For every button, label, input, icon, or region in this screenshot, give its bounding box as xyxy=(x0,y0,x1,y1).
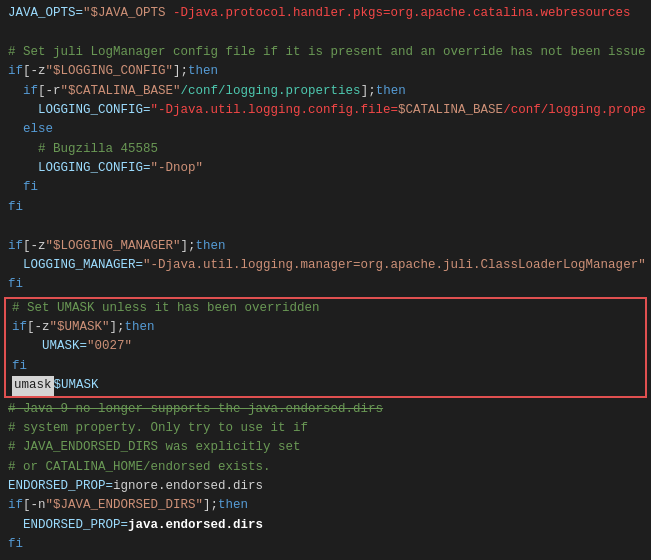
line-blank xyxy=(0,23,651,42)
token: -Djava.protocol.handler.pkgs=org.apache.… xyxy=(173,4,631,23)
token: ]; xyxy=(173,62,188,81)
line-java-opts: JAVA_OPTS="$JAVA_OPTS -Djava.protocol.ha… xyxy=(0,4,651,23)
token: "-Djava.util.logging.config.file= xyxy=(151,101,399,120)
token: "-Dnop" xyxy=(151,159,204,178)
token: ]; xyxy=(361,82,376,101)
code-editor: JAVA_OPTS="$JAVA_OPTS -Djava.protocol.ha… xyxy=(0,0,651,560)
line-comment-bugzilla: # Bugzilla 45585 xyxy=(0,140,651,159)
token: /conf/logging.prope xyxy=(503,101,646,120)
token: ]; xyxy=(181,237,196,256)
line-if-catalina: if [ -r "$CATALINA_BASE"/conf/logging.pr… xyxy=(0,82,651,101)
token: if xyxy=(23,82,38,101)
token: # Set UMASK unless it has been overridde… xyxy=(12,299,320,318)
hl-if-umask: if [ -z "$UMASK" ]; then xyxy=(6,318,645,337)
line-fi2: fi xyxy=(0,198,651,217)
line-comment-juli: # Set juli LogManager config file if it … xyxy=(0,43,651,62)
token: LOGGING_MANAGER= xyxy=(23,256,143,275)
al-endorsed-prop-dirs: ENDORSED_PROP=java.endorsed.dirs xyxy=(0,516,651,535)
token: "$CATALINA_BASE" xyxy=(61,82,181,101)
token: then xyxy=(188,62,218,81)
hl-umask-cmd: umask $UMASK xyxy=(6,376,645,395)
al-comment-java-endorsed: # JAVA_ENDORSED_DIRS was explicitly set xyxy=(0,438,651,457)
token xyxy=(8,82,23,101)
token: if xyxy=(8,496,23,515)
line-else: else xyxy=(0,120,651,139)
token xyxy=(8,256,23,275)
token xyxy=(8,140,38,159)
token: -n xyxy=(31,496,46,515)
token: else xyxy=(23,120,53,139)
token: fi xyxy=(23,178,38,197)
token: "$LOGGING_CONFIG" xyxy=(46,62,174,81)
al-endorsed-prop: ENDORSED_PROP=ignore.endorsed.dirs xyxy=(0,477,651,496)
token: [ xyxy=(38,82,46,101)
token xyxy=(12,337,42,356)
token: ignore.endorsed.dirs xyxy=(113,477,263,496)
token: ]; xyxy=(203,496,218,515)
line-fi1: fi xyxy=(0,178,651,197)
al-strike-java: # Java 9 no longer supports the java.end… xyxy=(0,400,651,419)
al-comment-system: # system property. Only try to use it if xyxy=(0,419,651,438)
token: ENDORSED_PROP= xyxy=(23,516,128,535)
token: "-Djava.util.logging.manager=org.apache.… xyxy=(143,256,646,275)
token: "0027" xyxy=(87,337,132,356)
token: -r xyxy=(46,82,61,101)
token: /conf/logging.properties xyxy=(181,82,361,101)
token: java.endorsed.dirs xyxy=(128,516,263,535)
token: if xyxy=(12,318,27,337)
token: # system property. Only try to use it if xyxy=(8,419,308,438)
token: $CATALINA_BASE xyxy=(398,101,503,120)
token: LOGGING_CONFIG= xyxy=(38,159,151,178)
line-logging-manager-assign: LOGGING_MANAGER="-Djava.util.logging.man… xyxy=(0,256,651,275)
token: # JAVA_ENDORSED_DIRS was explicitly set xyxy=(8,438,301,457)
line-if-logging: if [ -z "$LOGGING_CONFIG" ]; then xyxy=(0,62,651,81)
token: LOGGING_CONFIG= xyxy=(38,101,151,120)
line-blank2 xyxy=(0,217,651,236)
token xyxy=(8,120,23,139)
line-fi3: fi xyxy=(0,275,651,294)
hl-fi: fi xyxy=(6,357,645,376)
hl-umask-assign: UMASK="0027" xyxy=(6,337,645,356)
hl-comment-umask: # Set UMASK unless it has been overridde… xyxy=(6,299,645,318)
token: "$JAVA_ENDORSED_DIRS" xyxy=(46,496,204,515)
token xyxy=(8,101,38,120)
al-if-java-endorsed: if [ -n "$JAVA_ENDORSED_DIRS" ]; then xyxy=(0,496,651,515)
token: if xyxy=(8,237,23,256)
token: fi xyxy=(8,198,23,217)
token: fi xyxy=(12,357,27,376)
token: fi xyxy=(8,275,23,294)
token: # Bugzilla 45585 xyxy=(38,140,158,159)
token: "$JAVA_OPTS xyxy=(83,4,166,23)
token: if xyxy=(8,62,23,81)
token: JAVA_OPTS= xyxy=(8,4,83,23)
line-logging-config: LOGGING_CONFIG="-Djava.util.logging.conf… xyxy=(0,101,651,120)
token: [ xyxy=(23,62,31,81)
token: # or CATALINA_HOME/endorsed exists. xyxy=(8,458,271,477)
token xyxy=(8,178,23,197)
token: -z xyxy=(31,237,46,256)
al-fi4: fi xyxy=(0,535,651,554)
token: "$UMASK" xyxy=(50,318,110,337)
token: $UMASK xyxy=(54,376,99,395)
token: -z xyxy=(31,62,46,81)
token xyxy=(8,516,23,535)
line-logging-dnop: LOGGING_CONFIG="-Dnop" xyxy=(0,159,651,178)
line-if-logging-manager: if [ -z "$LOGGING_MANAGER" ]; then xyxy=(0,237,651,256)
token: ]; xyxy=(110,318,125,337)
token: then xyxy=(218,496,248,515)
token: -z xyxy=(35,318,50,337)
token: [ xyxy=(23,496,31,515)
token xyxy=(8,159,38,178)
token: fi xyxy=(8,535,23,554)
token: # Java 9 no longer supports the java.end… xyxy=(8,400,383,419)
token xyxy=(166,4,174,23)
al-comment-catalina-home: # or CATALINA_HOME/endorsed exists. xyxy=(0,458,651,477)
al-blank xyxy=(0,555,651,561)
token: "$LOGGING_MANAGER" xyxy=(46,237,181,256)
token: then xyxy=(376,82,406,101)
token: then xyxy=(196,237,226,256)
token: UMASK= xyxy=(42,337,87,356)
token: ENDORSED_PROP= xyxy=(8,477,113,496)
token: # Set juli LogManager config file if it … xyxy=(8,43,646,62)
token: [ xyxy=(23,237,31,256)
